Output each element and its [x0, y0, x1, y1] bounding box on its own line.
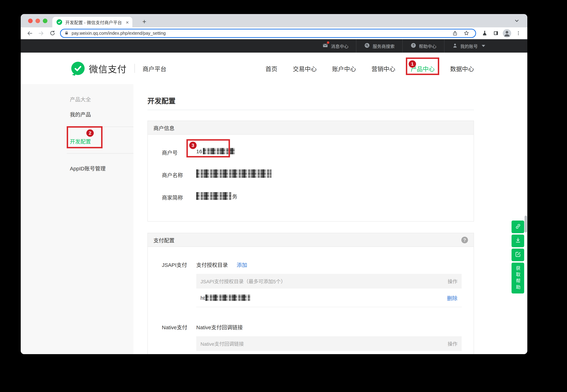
- annotation-badge-3: 3: [189, 142, 197, 149]
- payment-config-panel: 支付配置 ? JSAPI支付 支付授权目录 添加 JSAPI支付授权目录（最多可…: [148, 233, 474, 354]
- sidebar-item-appid-management[interactable]: AppID账号管理: [70, 165, 105, 172]
- new-tab-button[interactable]: +: [139, 17, 149, 27]
- scrollbar-thumb[interactable]: [524, 216, 527, 232]
- delete-auth-dir-link[interactable]: 删除: [447, 294, 458, 301]
- close-tab-icon[interactable]: ×: [126, 19, 129, 25]
- sidebar-divider: [67, 126, 139, 127]
- download-icon: [515, 237, 521, 245]
- page-body: 产品大全 我的产品 开发配置 AppID账号管理 2 开发配置 商户信息: [21, 84, 527, 354]
- url-bar[interactable]: pay.weixin.qq.com/index.php/extend/pay_s…: [60, 28, 476, 38]
- title-divider: [148, 110, 474, 110]
- tab-strip: 开发配置 - 微信支付商户平台 × +: [21, 14, 527, 27]
- edit-button[interactable]: [511, 249, 524, 261]
- native-callback-table: Native支付回调链接 操作: [196, 336, 462, 351]
- merchant-name-value: [196, 169, 271, 178]
- topbar-item-my-account[interactable]: 我的账号: [444, 39, 493, 53]
- browser-menu-dots-icon[interactable]: [514, 28, 523, 38]
- merchant-id-label: 商户号: [162, 149, 178, 156]
- envelope-icon: [322, 42, 328, 49]
- merchant-shortname-label: 商家简称: [162, 194, 183, 201]
- sidebar-item-dev-config[interactable]: 开发配置: [70, 138, 91, 145]
- native-action-column-header: 操作: [448, 340, 458, 347]
- native-pay-label: Native支付: [162, 323, 187, 331]
- nav-data-center[interactable]: 数据中心: [450, 64, 474, 73]
- native-callback-label: Native支付回调链接: [196, 323, 243, 331]
- lock-icon: [64, 30, 69, 36]
- main-content: 开发配置 商户信息 商户号 16 3 商户名称: [134, 84, 527, 354]
- topbar-item-provider-search[interactable]: 服务商搜索: [356, 39, 402, 53]
- topbar-item-help-center[interactable]: ? 帮助中心: [402, 39, 444, 53]
- sidebar-divider: [67, 153, 139, 154]
- redacted-auth-dir-url: [205, 294, 250, 301]
- jsapi-action-column-header: 操作: [448, 278, 458, 285]
- nav-home[interactable]: 首页: [265, 64, 277, 73]
- help-icon[interactable]: ?: [461, 237, 468, 243]
- link-button[interactable]: [511, 221, 524, 233]
- person-icon: [452, 42, 458, 49]
- tab-title: 开发配置 - 微信支付商户平台: [65, 19, 124, 25]
- nav-transaction-center[interactable]: 交易中心: [293, 64, 317, 73]
- link-icon: [515, 223, 521, 231]
- merchant-shortname-value: 务: [196, 192, 237, 200]
- forward-icon[interactable]: [36, 28, 46, 38]
- sidebar: 产品大全 我的产品 开发配置 AppID账号管理 2: [21, 84, 134, 354]
- nav-product-center[interactable]: 产品中心 1: [411, 64, 435, 73]
- nav-marketing-center[interactable]: 营销中心: [372, 64, 395, 73]
- jsapi-auth-dir-row: ht 删除: [196, 289, 462, 307]
- toolbar-right-icons: [479, 28, 524, 38]
- profile-avatar[interactable]: [502, 28, 511, 38]
- search-circle-icon: [364, 42, 370, 49]
- window-controls: [28, 19, 47, 23]
- browser-window: 开发配置 - 微信支付商户平台 × + pay.wei: [21, 14, 527, 354]
- browser-tab[interactable]: 开发配置 - 微信支付商户平台 ×: [52, 17, 132, 27]
- page-title: 开发配置: [148, 95, 176, 106]
- merchant-info-panel: 商户信息 商户号 16 3 商户名称 商家简称 务: [148, 121, 474, 222]
- wechat-pay-logo-icon: [71, 62, 85, 75]
- redacted-merchant-id: [203, 148, 235, 154]
- tab-search-chevron-icon[interactable]: [514, 18, 520, 25]
- screen-background: 开发配置 - 微信支付商户平台 × + pay.wei: [0, 0, 567, 392]
- logo-text: 微信支付: [89, 62, 127, 75]
- minimize-window-button[interactable]: [35, 19, 40, 23]
- chevron-down-icon: [482, 45, 485, 47]
- bookmark-star-icon[interactable]: [462, 28, 471, 38]
- back-icon[interactable]: [25, 28, 34, 38]
- share-icon[interactable]: [450, 28, 460, 38]
- jsapi-table-header: JSAPI支付授权目录（最多可添加5个） 操作: [196, 274, 462, 289]
- zoom-window-button[interactable]: [43, 19, 47, 23]
- close-window-button[interactable]: [28, 19, 33, 23]
- url-text: pay.weixin.qq.com/index.php/extend/pay_s…: [72, 31, 449, 36]
- edit-icon: [515, 251, 521, 259]
- notification-dot: [327, 41, 329, 44]
- reload-icon[interactable]: [48, 28, 57, 38]
- beaker-icon[interactable]: [480, 28, 489, 38]
- account-topbar: 消息中心 服务商搜索 ? 帮助中心 我的账号: [21, 39, 527, 53]
- nav-account-center[interactable]: 账户中心: [332, 64, 356, 73]
- sidebar-item-my-products[interactable]: 我的产品: [70, 111, 91, 118]
- header-divider: [134, 64, 135, 73]
- platform-label: 商户平台: [143, 64, 166, 73]
- wechat-pay-logo[interactable]: 微信支付: [71, 62, 127, 75]
- add-auth-dir-link[interactable]: 添加: [237, 261, 247, 268]
- merchant-name-label: 商户名称: [162, 171, 183, 179]
- browser-toolbar: pay.weixin.qq.com/index.php/extend/pay_s…: [21, 27, 527, 39]
- svg-text:?: ?: [413, 44, 415, 47]
- site-header: 微信支付 商户平台 首页 交易中心 账户中心 营销中心 产品中心 1 数据中心: [21, 53, 527, 84]
- redacted-merchant-shortname: [196, 192, 231, 200]
- download-button[interactable]: [511, 235, 524, 247]
- jsapi-pay-label: JSAPI支付: [162, 261, 187, 268]
- merchant-id-value: 16: [196, 148, 235, 154]
- payment-config-header: 支付配置 ?: [148, 233, 474, 247]
- merchant-info-header: 商户信息: [148, 121, 474, 135]
- topbar-item-messages[interactable]: 消息中心: [315, 39, 356, 53]
- native-table-header: Native支付回调链接 操作: [196, 336, 462, 351]
- get-help-button[interactable]: 获取帮助: [511, 263, 524, 294]
- floating-toolbar: 获取帮助: [511, 221, 524, 294]
- annotation-box-2: 2: [67, 126, 103, 148]
- question-circle-icon: ?: [410, 42, 416, 49]
- main-nav: 首页 交易中心 账户中心 营销中心 产品中心 1 数据中心: [265, 64, 527, 73]
- side-panel-icon[interactable]: [491, 28, 500, 38]
- redacted-merchant-name: [196, 169, 271, 178]
- jsapi-auth-dir-label: 支付授权目录: [196, 261, 228, 268]
- annotation-badge-2: 2: [86, 129, 94, 137]
